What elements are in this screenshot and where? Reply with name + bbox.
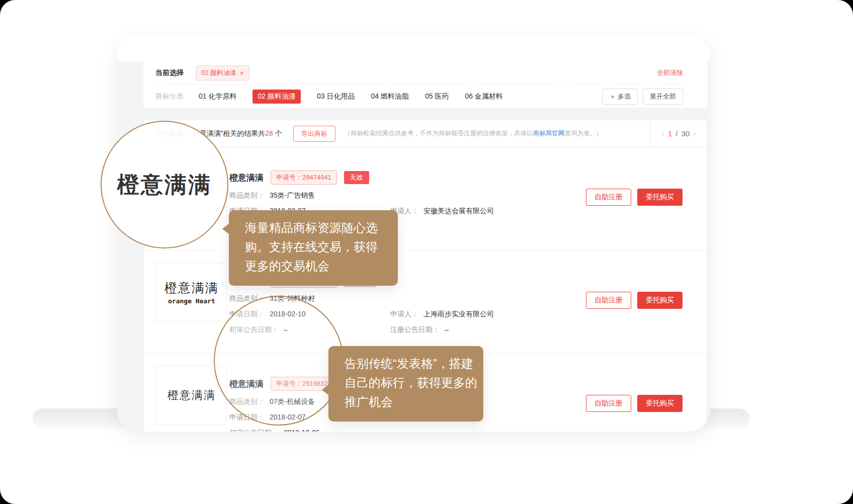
reg-publication-value: – [445, 324, 449, 334]
marketing-canvas: 当前选择 02 颜料油漆 × 全部清除 商标分类 01 化学原料 02 颜料油漆… [0, 0, 853, 504]
results-unit: 个 [273, 129, 282, 137]
self-register-button[interactable]: 自助注册 [586, 189, 631, 206]
status-badge: 无效 [344, 171, 369, 184]
results-disclaimer: （商标检索结果仅供参考，不作为商标能否注册的法律依据；具体以商标局官网查询为准。… [345, 129, 603, 138]
tooltip-line: 更多的交易机会 [245, 257, 383, 276]
category-value: 35类-广告销售 [270, 190, 315, 200]
magnifier-circle: 橙意满满 [101, 121, 228, 248]
trademark-thumbnail: 橙意满满 orange Heart [156, 263, 227, 322]
reg-publication-cell: 注册公告日期： – [390, 324, 449, 334]
magnified-trademark-text: 橙意满满 [117, 170, 212, 200]
current-selection-label: 当前选择 [155, 68, 184, 77]
reg-publication-label: 注册公告日期： [390, 324, 440, 334]
category-line: 商品类别： 35类-广告销售 [229, 190, 541, 200]
category-row: 商标分类 01 化学原料 02 颜料油漆 03 日化用品 04 燃料油脂 05 … [155, 85, 683, 108]
applicant-label: 申请人： [390, 309, 418, 319]
trademark-name-line: 橙意满满 申请号：29474941 无效 [229, 171, 541, 185]
application-number-pill: 申请号：29474941 [271, 171, 337, 185]
trademark-name: 橙意满满 [229, 172, 264, 184]
category-item-06[interactable]: 06 金属材料 [465, 92, 502, 101]
application-number-value: 29474941 [302, 174, 331, 181]
publication-line: 初审公告日期： 2018-10-06 [229, 428, 541, 432]
row-actions: 自助注册 委托购买 [586, 395, 683, 412]
tag-close-icon[interactable]: × [240, 69, 244, 77]
disclaimer-pre: （商标检索结果仅供参考，不作为商标能否注册的法律依据；具体以 [345, 130, 533, 137]
table-row: 橙意满满 橙意满满 申请号：29474941 无效 商品类别： 35类-广告销售 [144, 147, 707, 250]
highlight-circle [214, 296, 344, 426]
results-header-left: 为您检索到“橙意满满”相关的结果共28 个 导出商标 （商标检索结果仅供参考，不… [144, 126, 650, 142]
thumbnail-text: 橙意满满 [167, 388, 216, 403]
tooltip-line: 告别传统“发表格”，搭建 [345, 354, 468, 373]
export-trademarks-button[interactable]: 导出商标 [293, 126, 335, 142]
applicant-cell: 申请人： 上海雨步实业有限公司 [390, 309, 494, 319]
tooltip-arrow-left-icon [222, 223, 229, 234]
category-item-05[interactable]: 05 医药 [425, 92, 449, 101]
tooltip-line: 推广机会 [345, 392, 468, 411]
row-detail: 橙意满满 申请号：29474941 无效 商品类别： 35类-广告销售 申请日期… [229, 171, 541, 216]
applicant-value: 安徽美达会展有限公司 [423, 206, 494, 216]
thumbnail-subtext: orange Heart [168, 297, 215, 305]
application-number-label: 申请号： [276, 174, 302, 181]
clear-all-link[interactable]: 全部清除 [657, 68, 683, 77]
tooltip-trade-resources: 海量精品商标资源随心选 购。支持在线交易，获得 更多的交易机会 [229, 210, 398, 286]
row-actions: 自助注册 委托购买 [586, 292, 683, 309]
category-label: 商品类别： [229, 190, 265, 200]
row-actions: 自助注册 委托购买 [586, 189, 683, 206]
category-item-02-selected[interactable]: 02 颜料油漆 [252, 90, 300, 104]
tooltip-promotion: 告别传统“发表格”，搭建 自己的标行，获得更多的 推广机会 [328, 346, 483, 422]
expand-all-button[interactable]: 展开全部 [643, 89, 683, 105]
selected-filter-tag[interactable]: 02 颜料油漆 × [196, 65, 249, 80]
current-selection-row: 当前选择 02 颜料油漆 × 全部清除 [155, 61, 683, 85]
thumbnail-text: 橙意满满 [164, 280, 219, 296]
pagination: ‹ 1 / 30 › [650, 120, 707, 147]
category-item-01[interactable]: 01 化学原料 [199, 92, 236, 101]
self-register-button[interactable]: 自助注册 [586, 292, 631, 309]
selected-filter-tag-label: 02 颜料油漆 [201, 68, 236, 77]
applicant-cell: 申请人： 安徽美达会展有限公司 [390, 206, 494, 216]
page-separator: / [675, 129, 677, 138]
screen-top-area [117, 35, 710, 61]
total-pages: 30 [681, 129, 690, 138]
entrust-buy-button[interactable]: 委托购买 [637, 189, 683, 206]
category-item-04[interactable]: 04 燃料油脂 [371, 92, 408, 101]
category-item-03[interactable]: 03 日化用品 [317, 92, 355, 101]
filter-card: 当前选择 02 颜料油漆 × 全部清除 商标分类 01 化学原料 02 颜料油漆… [143, 61, 707, 108]
current-page: 1 [668, 129, 672, 138]
tooltip-line: 购。支持在线交易，获得 [245, 237, 383, 257]
self-register-button[interactable]: 自助注册 [586, 395, 631, 412]
next-page-arrow[interactable]: › [693, 129, 696, 139]
tooltip-line: 自己的标行，获得更多的 [345, 373, 468, 392]
disclaimer-post: 查询为准。） [564, 130, 602, 137]
first-publication-label: 初审公告日期： [229, 428, 279, 432]
first-publication-value: 2018-10-06 [284, 428, 320, 432]
multi-select-button[interactable]: ＋ 多选 [602, 89, 638, 105]
entrust-buy-button[interactable]: 委托购买 [637, 395, 683, 412]
results-header: 为您检索到“橙意满满”相关的结果共28 个 导出商标 （商标检索结果仅供参考，不… [144, 120, 707, 147]
trademark-office-link[interactable]: 商标局官网 [533, 130, 565, 137]
category-actions: ＋ 多选 展开全部 [602, 89, 683, 105]
applicant-value: 上海雨步实业有限公司 [423, 309, 494, 319]
first-publication-cell: 初审公告日期： 2018-10-06 [229, 428, 390, 432]
tooltip-line: 海量精品商标资源随心选 [245, 218, 383, 237]
results-count: 28 [265, 129, 273, 137]
prev-page-arrow[interactable]: ‹ [661, 129, 664, 139]
tooltip-arrow-left-icon [322, 384, 329, 395]
category-row-label: 商标分类 [155, 92, 184, 101]
entrust-buy-button[interactable]: 委托购买 [637, 292, 683, 309]
